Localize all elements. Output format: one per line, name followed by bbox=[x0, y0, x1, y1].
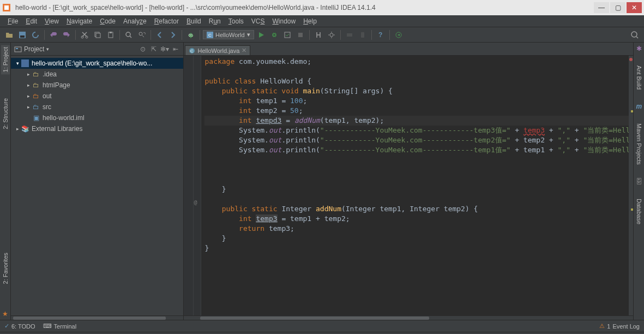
locate-button[interactable]: ⊙ bbox=[139, 45, 147, 53]
folder-icon: 🗀 bbox=[32, 81, 40, 90]
sdk-button[interactable] bbox=[344, 29, 356, 41]
editor-tab[interactable]: C HelloWorld.java ✕ bbox=[185, 45, 250, 55]
folder-icon: 🗀 bbox=[32, 70, 40, 79]
tree-external[interactable]: ▸📚External Libraries bbox=[11, 123, 183, 134]
hide-button[interactable]: ⇤ bbox=[171, 45, 180, 53]
gear-icon[interactable]: ✻▾ bbox=[160, 45, 169, 53]
project-tree[interactable]: ▾ hello-world (E:\git_work_space\hello-w… bbox=[11, 56, 183, 136]
tree-item[interactable]: ▸🗀out bbox=[11, 91, 183, 102]
window-title: hello-world - [E:\git_work_space\hello-w… bbox=[15, 4, 594, 11]
cut-button[interactable] bbox=[79, 29, 91, 41]
menu-vcs[interactable]: VCS bbox=[248, 16, 268, 26]
editor-scrollbar[interactable] bbox=[184, 315, 633, 320]
class-icon: C bbox=[189, 47, 195, 54]
paste-button[interactable] bbox=[105, 29, 117, 41]
sync-button[interactable] bbox=[29, 29, 41, 41]
menu-tools[interactable]: Tools bbox=[225, 16, 247, 26]
coverage-button[interactable] bbox=[281, 29, 293, 41]
svg-point-10 bbox=[126, 32, 130, 37]
tab-favorites[interactable]: 2: Favorites bbox=[1, 250, 10, 286]
module-icon bbox=[21, 59, 29, 68]
tree-item[interactable]: ▸🗀src bbox=[11, 102, 183, 112]
maven-icon: m bbox=[636, 103, 642, 110]
redo-button[interactable] bbox=[61, 29, 73, 41]
minimize-button[interactable]: — bbox=[594, 2, 609, 13]
left-tool-gutter: 1: Project 2: Structure 2: Favorites ★ bbox=[0, 43, 11, 320]
tree-item[interactable]: ▣hello-world.iml bbox=[11, 112, 183, 123]
star-icon: ★ bbox=[0, 308, 10, 320]
svg-point-11 bbox=[139, 32, 142, 35]
menubar: File Edit View Navigate Code Analyze Ref… bbox=[0, 15, 644, 27]
svg-text:01: 01 bbox=[189, 33, 193, 37]
libraries-icon: 📚 bbox=[21, 124, 29, 133]
search-everywhere-button[interactable] bbox=[629, 29, 641, 41]
tab-terminal[interactable]: ⌨Terminal bbox=[43, 323, 77, 330]
tab-event-log[interactable]: ⚠1Event Log bbox=[599, 323, 640, 330]
menu-build[interactable]: Build bbox=[183, 16, 204, 26]
bottom-tool-bar: ✓6: TODO ⌨Terminal ⚠1Event Log bbox=[0, 320, 644, 332]
tab-database[interactable]: Database bbox=[635, 196, 643, 226]
copy-button[interactable] bbox=[92, 29, 104, 41]
replace-button[interactable] bbox=[136, 29, 148, 41]
vcs-button[interactable] bbox=[312, 29, 324, 41]
open-button[interactable] bbox=[3, 29, 15, 41]
ant-icon: ✱ bbox=[636, 45, 642, 52]
svg-rect-20 bbox=[361, 32, 364, 38]
svg-rect-9 bbox=[110, 32, 112, 33]
tab-project[interactable]: 1: Project bbox=[1, 45, 10, 74]
svg-text:C: C bbox=[190, 49, 194, 53]
menu-window[interactable]: Window bbox=[269, 16, 299, 26]
menu-analyze[interactable]: Analyze bbox=[120, 16, 150, 26]
forward-button[interactable] bbox=[167, 29, 179, 41]
tab-todo[interactable]: ✓6: TODO bbox=[4, 323, 35, 330]
tab-ant-build[interactable]: Ant Build bbox=[635, 63, 643, 92]
save-button[interactable] bbox=[16, 29, 28, 41]
help-button[interactable]: ? bbox=[375, 29, 387, 41]
database-icon: 🗄 bbox=[636, 178, 642, 186]
build-button[interactable]: 01 bbox=[185, 29, 197, 41]
maximize-button[interactable]: ▢ bbox=[610, 2, 625, 13]
debug-button[interactable] bbox=[268, 29, 280, 41]
menu-help[interactable]: Help bbox=[300, 16, 320, 26]
tab-maven[interactable]: Maven Projects bbox=[635, 121, 643, 167]
tree-item[interactable]: ▸🗀htmlPage bbox=[11, 80, 183, 91]
stop-button[interactable] bbox=[294, 29, 306, 41]
tab-structure[interactable]: 2: Structure bbox=[1, 96, 10, 132]
error-stripe[interactable] bbox=[629, 56, 633, 315]
avd-button[interactable] bbox=[357, 29, 369, 41]
tree-root[interactable]: ▾ hello-world (E:\git_work_space\hello-w… bbox=[11, 58, 183, 69]
close-tab-button[interactable]: ✕ bbox=[242, 47, 246, 54]
status-bar: ▢ Power save mode is on: Code insight an… bbox=[0, 332, 644, 334]
project-icon bbox=[14, 45, 22, 53]
menu-edit[interactable]: Edit bbox=[22, 16, 40, 26]
menu-navigate[interactable]: Navigate bbox=[63, 16, 95, 26]
svg-rect-17 bbox=[298, 33, 303, 37]
menu-file[interactable]: File bbox=[4, 16, 21, 26]
menu-view[interactable]: View bbox=[41, 16, 62, 26]
svg-rect-3 bbox=[20, 35, 25, 38]
app-icon bbox=[2, 3, 11, 12]
menu-code[interactable]: Code bbox=[97, 16, 119, 26]
menu-refactor[interactable]: Refactor bbox=[151, 16, 182, 26]
settings-button[interactable] bbox=[326, 29, 338, 41]
folder-icon: 🗀 bbox=[32, 92, 40, 100]
close-button[interactable]: ✕ bbox=[627, 2, 642, 13]
find-button[interactable] bbox=[123, 29, 135, 41]
code-editor[interactable]: @ package com.youmeek.demo; public class… bbox=[184, 56, 633, 315]
svg-rect-23 bbox=[15, 47, 21, 52]
panel-scrollbar[interactable] bbox=[11, 315, 183, 320]
tree-item[interactable]: ▸🗀.idea bbox=[11, 69, 183, 80]
back-button[interactable] bbox=[154, 29, 166, 41]
svg-rect-16 bbox=[285, 32, 290, 38]
panel-title-label: Project bbox=[24, 45, 44, 53]
menu-run[interactable]: Run bbox=[206, 16, 224, 26]
editor-tab-label: HelloWorld.java bbox=[197, 47, 239, 54]
run-button[interactable] bbox=[255, 29, 267, 41]
toolbar: 01 C HelloWorld ▾ ? bbox=[0, 27, 644, 43]
editor-tab-bar: C HelloWorld.java ✕ bbox=[184, 43, 633, 56]
jrebel-button[interactable] bbox=[393, 29, 405, 41]
iml-icon: ▣ bbox=[32, 114, 40, 122]
undo-button[interactable] bbox=[47, 29, 59, 41]
collapse-button[interactable]: ⇱ bbox=[149, 45, 158, 53]
run-config-selector[interactable]: C HelloWorld ▾ bbox=[203, 30, 254, 39]
